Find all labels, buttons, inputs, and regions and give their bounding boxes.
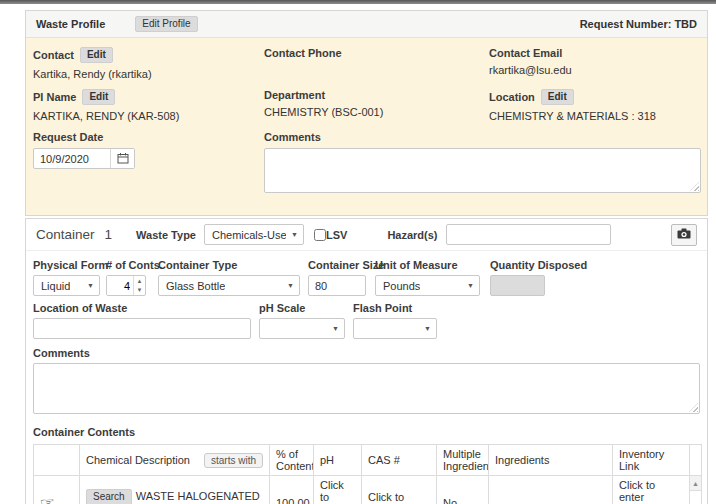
- container-size-label: Container Size: [308, 259, 366, 271]
- chevron-down-icon: ▼: [332, 325, 339, 332]
- flash-point-select[interactable]: ▼: [353, 318, 437, 339]
- calendar-button[interactable]: [110, 149, 134, 168]
- container-size-input[interactable]: [308, 275, 366, 296]
- num-conts-field: # of Conts. ▲ ▼: [106, 259, 146, 296]
- chevron-down-icon: ▼: [467, 282, 474, 289]
- unit-of-measure-label: Unit of Measure: [375, 259, 480, 271]
- chemical-description-header: Chemical Description starts with: [80, 445, 270, 476]
- cas-cell[interactable]: Click to enter CAS #: [362, 476, 437, 504]
- unit-of-measure-select[interactable]: Pounds ▼: [375, 275, 480, 296]
- hazards-label: Hazard(s): [387, 229, 437, 241]
- contact-field: Contact Edit Kartika, Rendy (rkartika): [33, 47, 264, 80]
- scroll-up-icon[interactable]: ▲: [690, 476, 701, 491]
- ingredients-cell[interactable]: [489, 476, 613, 504]
- request-number-value: TBD: [674, 18, 697, 30]
- chemical-description-header-label: Chemical Description: [86, 454, 190, 466]
- chevron-down-icon: ▼: [424, 325, 431, 332]
- table-row: ☞ SearchWASTE HALOGENATED SOLVENTS - KAR…: [34, 476, 702, 504]
- edit-profile-button[interactable]: Edit Profile: [135, 16, 197, 32]
- container-contents-table: Chemical Description starts with % of Co…: [33, 444, 702, 504]
- request-date-label: Request Date: [33, 131, 103, 143]
- container-type-field: Container Type Glass Bottle ▼: [158, 259, 300, 296]
- chevron-down-icon: ▼: [291, 231, 298, 238]
- quantity-disposed-label: Quantity Disposed: [490, 259, 588, 271]
- camera-icon: [677, 228, 691, 241]
- department-field: Department CHEMISTRY (BSC-001): [264, 89, 489, 122]
- inventory-link-cell[interactable]: Click to enter Inventory Link #: [613, 476, 690, 504]
- contact-edit-button[interactable]: Edit: [80, 47, 113, 63]
- chevron-down-icon: ▼: [87, 282, 94, 289]
- profile-comments-label: Comments: [264, 131, 321, 143]
- flash-point-label: Flash Point: [353, 302, 437, 314]
- pi-name-edit-button[interactable]: Edit: [82, 89, 115, 105]
- location-of-waste-input[interactable]: [33, 318, 251, 339]
- department-value: CHEMISTRY (BSC-001): [264, 106, 489, 118]
- unit-of-measure-value: Pounds: [383, 280, 420, 292]
- pi-name-field: PI Name Edit KARTIKA, RENDY (KAR-508): [33, 89, 264, 122]
- row-selector-cell[interactable]: ☞: [34, 476, 80, 504]
- location-label: Location: [489, 91, 535, 103]
- num-conts-stepper: ▲ ▼: [106, 275, 146, 296]
- ph-cell[interactable]: Click to enter pH: [314, 476, 362, 504]
- contact-value: Kartika, Rendy (rkartika): [33, 68, 264, 80]
- container-type-value: Glass Bottle: [166, 280, 225, 292]
- calendar-icon: [117, 152, 129, 166]
- camera-button[interactable]: [671, 224, 697, 246]
- waste-type-value: Chemicals-Used: [212, 229, 286, 241]
- pi-name-value: KARTIKA, RENDY (KAR-508): [33, 110, 264, 122]
- row-pointer-icon: ☞: [39, 492, 57, 504]
- stepper-up-icon[interactable]: ▲: [134, 276, 145, 286]
- container-panel: Container 1 Waste Type Chemicals-Used ▼ …: [25, 218, 708, 504]
- multiple-ingredients-cell[interactable]: No: [437, 476, 489, 504]
- quantity-disposed-input: [490, 275, 545, 296]
- profile-comments-field: Comments: [264, 131, 700, 193]
- profile-comments-textarea[interactable]: [264, 148, 701, 193]
- contact-label: Contact: [33, 49, 74, 61]
- pi-name-label: PI Name: [33, 91, 76, 103]
- chemical-description-cell: SearchWASTE HALOGENATED SOLVENTS - KARTI…: [80, 476, 270, 504]
- contact-phone-field: Contact Phone: [264, 47, 489, 80]
- request-number: Request Number: TBD: [580, 18, 697, 30]
- container-type-label: Container Type: [158, 259, 300, 271]
- starts-with-button[interactable]: starts with: [204, 453, 263, 468]
- request-date-input[interactable]: [34, 149, 110, 168]
- physical-form-label: Physical Form: [33, 259, 100, 271]
- waste-type-select[interactable]: Chemicals-Used ▼: [204, 224, 304, 245]
- num-conts-input[interactable]: [107, 276, 133, 295]
- cas-header: CAS #: [362, 445, 437, 476]
- pct-content-cell: 100.00: [270, 476, 314, 504]
- contact-email-value: rkartika@lsu.edu: [489, 64, 700, 76]
- ph-scale-field: pH Scale ▼: [259, 302, 345, 339]
- location-of-waste-label: Location of Waste: [33, 302, 251, 314]
- hazards-input[interactable]: [446, 224, 611, 245]
- lsv-checkbox[interactable]: [314, 229, 326, 241]
- container-comments-textarea[interactable]: [33, 363, 700, 414]
- location-of-waste-field: Location of Waste: [33, 302, 251, 339]
- physical-form-value: Liquid: [41, 280, 70, 292]
- multiple-ingredients-header: Multiple Ingredients: [437, 445, 489, 476]
- waste-profile-header: Waste Profile Edit Profile Request Numbe…: [26, 11, 707, 38]
- page-title: Waste Profile: [36, 18, 105, 30]
- container-body: Physical Form Liquid ▼ # of Conts. ▲ ▼ C…: [26, 251, 707, 504]
- container-header: Container 1 Waste Type Chemicals-Used ▼ …: [26, 219, 707, 251]
- row-selector-header: [34, 445, 80, 476]
- container-type-select[interactable]: Glass Bottle ▼: [158, 275, 300, 296]
- ph-scale-label: pH Scale: [259, 302, 345, 314]
- ph-scale-select[interactable]: ▼: [259, 318, 345, 339]
- waste-profile-body: Contact Edit Kartika, Rendy (rkartika) C…: [26, 38, 707, 215]
- stepper-down-icon[interactable]: ▼: [134, 286, 145, 296]
- contact-phone-label: Contact Phone: [264, 47, 342, 59]
- physical-form-select[interactable]: Liquid ▼: [33, 275, 100, 296]
- department-label: Department: [264, 89, 325, 101]
- container-size-field: Container Size: [308, 259, 366, 296]
- location-edit-button[interactable]: Edit: [541, 89, 574, 105]
- unit-of-measure-field: Unit of Measure Pounds ▼: [375, 259, 480, 296]
- search-button[interactable]: Search: [86, 489, 132, 504]
- table-scrollbar[interactable]: ▲: [690, 476, 702, 504]
- table-scrollbar-header: [690, 445, 702, 476]
- container-comments-label: Comments: [33, 347, 700, 359]
- inventory-link-header: Inventory Link: [613, 445, 690, 476]
- container-number: 1: [105, 227, 113, 242]
- request-date-picker: [33, 148, 135, 169]
- chevron-down-icon: ▼: [287, 282, 294, 289]
